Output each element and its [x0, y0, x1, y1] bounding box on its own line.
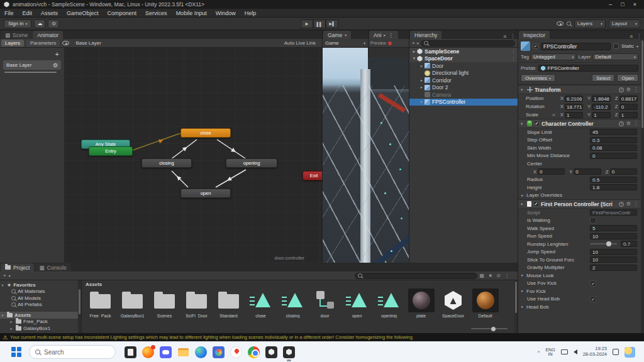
property-value-field[interactable]: 5 [590, 225, 637, 231]
z-field[interactable]: 1 [619, 112, 638, 118]
taskbar-app-icon[interactable] [248, 346, 260, 358]
services-button[interactable]: ⊙ [48, 19, 59, 28]
foldout-arrow-icon[interactable]: ▾ [521, 121, 525, 126]
foldout-arrow-icon[interactable]: ▸ [9, 326, 14, 331]
scrollbar-thumb[interactable] [79, 289, 80, 314]
tag-dropdown[interactable]: Untagged ▾ [531, 53, 577, 60]
asset-item[interactable]: plate [406, 288, 436, 318]
menu-kebab-icon[interactable]: ⋮ [633, 87, 638, 92]
y-field[interactable]: 1 [592, 112, 610, 118]
hierarchy-row[interactable]: ▸ Door 2 ⋮ [409, 84, 518, 92]
menu-item[interactable]: Assets [36, 9, 62, 17]
layer-settings-gear-icon[interactable]: ⚙ [53, 62, 58, 69]
menu-item[interactable]: Mobile Input [172, 9, 211, 17]
hidden-toggle-icon[interactable]: ⊙ [496, 273, 501, 278]
taskbar-app-icon[interactable] [213, 346, 225, 358]
minimize-button[interactable]: – [609, 1, 612, 8]
z-field[interactable]: 0.8817 [619, 96, 638, 102]
preview-toggle[interactable]: Preview [370, 41, 386, 45]
search-icon[interactable] [567, 21, 571, 26]
property-value-field[interactable]: ✓ [590, 280, 596, 287]
select-button[interactable]: Select [592, 74, 614, 82]
inspector-property-row[interactable]: ▸ Skin Width 0.08 [518, 144, 641, 152]
icon-size-slider[interactable] [471, 328, 508, 329]
presets-icon[interactable]: ⚙ [626, 121, 631, 126]
property-value-field[interactable]: 10 [590, 233, 637, 239]
menu-kebab-icon[interactable]: ⋮ [510, 33, 515, 39]
menu-item[interactable]: File [0, 9, 18, 17]
presets-icon[interactable]: ⚙ [626, 87, 631, 92]
asset-item[interactable]: Free_Pack [86, 288, 115, 318]
property-value-field[interactable]: 0 [590, 153, 637, 159]
taskbar-app-icon[interactable] [160, 346, 172, 358]
lock-icon[interactable]: a [504, 33, 506, 39]
asset-item[interactable]: closing [278, 288, 308, 318]
static-dropdown-icon[interactable]: ▾ [636, 44, 638, 48]
tree-scrollbar[interactable] [78, 280, 81, 333]
animator-state-node[interactable]: close [180, 128, 231, 138]
breadcrumb[interactable]: Base Layer [75, 40, 101, 46]
hierarchy-row[interactable]: ▸ Corridor ⋮ [409, 77, 518, 84]
transform-header[interactable]: ▾ Transform ? ⚙ ⋮ [518, 85, 641, 94]
hierarchy-search-input[interactable] [421, 40, 515, 47]
taskbar-app-icon[interactable] [125, 346, 136, 358]
animator-state-node[interactable]: Exit [303, 171, 322, 180]
start-button[interactable] [11, 347, 21, 357]
favorites-item[interactable]: All Prefabs [0, 302, 81, 309]
inspector-property-row[interactable]: ▸ Head Bob [518, 303, 641, 311]
project-search-input[interactable] [355, 273, 477, 279]
menu-kebab-icon[interactable]: ⋮ [504, 273, 509, 278]
scrollbar-thumb[interactable] [641, 40, 643, 128]
slider-thumb[interactable] [606, 241, 611, 246]
overrides-button[interactable]: Overrides ▾ [521, 74, 555, 82]
tab-scene[interactable]: ▦ Scene [1, 31, 32, 39]
clock[interactable]: 19:23 28-03-2024 [583, 346, 607, 357]
foldout-arrow-icon[interactable]: ▾ [521, 87, 525, 92]
weather-widget-icon[interactable] [625, 347, 635, 358]
scene-options-icon[interactable]: ⋮ [511, 56, 516, 61]
create-button[interactable]: + [412, 40, 415, 46]
taskbar-app-icon[interactable] [142, 346, 154, 358]
inspector-property-row[interactable]: ▸ Script FirstPersonContr FirstPersonCon… [518, 209, 641, 217]
static-checkbox[interactable] [613, 43, 619, 49]
asset-item[interactable]: door [310, 288, 340, 318]
foldout-arrow-icon[interactable]: ▾ [411, 56, 417, 61]
inspector-property-row[interactable]: ▸ Step Offset 0.3 [518, 136, 641, 145]
property-value-field[interactable] [590, 217, 596, 224]
inspector-property-row[interactable]: ▸ Is Walking [518, 217, 641, 225]
tab-game[interactable]: Game ▾ [323, 31, 351, 39]
inspector-property-row[interactable]: ▸ Gravity Multiplier 2 2 [518, 264, 641, 272]
active-checkbox[interactable]: ✓ [533, 43, 538, 49]
asset-item[interactable]: open [342, 288, 372, 318]
tree-folder-item[interactable]: ▸ GalaxyBox1 [0, 325, 81, 332]
hierarchy-row[interactable]: ▾ SpaceDoor ⋮ [409, 55, 518, 63]
cloud-button[interactable]: ☁ [34, 19, 45, 28]
inspector-property-row[interactable]: ▸ Jump Speed 10 10 [518, 248, 641, 256]
language-indicator[interactable]: ENG IN [545, 348, 555, 357]
link-scale-icon[interactable]: ∞ [552, 112, 558, 117]
x-field[interactable]: 18.771 [565, 104, 583, 110]
close-button[interactable]: × [633, 1, 636, 8]
inspector-property-row[interactable]: ▸ Height 1.8 [518, 184, 641, 192]
inspector-property-row[interactable]: ▸ Stick To Ground Forc 10 10 [518, 256, 641, 264]
menu-item[interactable]: GameObject [62, 9, 103, 17]
character-controller-header[interactable]: ▾ ✓ Character Controller ? ⚙ ⋮ [518, 119, 641, 128]
step-button[interactable]: ▶▌ [326, 19, 338, 28]
fps-script-header[interactable]: ▾ ✓ First Person Controller (Scri ? ⚙ ⋮ [518, 199, 641, 209]
property-value-field[interactable]: 10 [590, 249, 637, 255]
inspector-property-row[interactable]: ▸ Run Speed 10 10 [518, 233, 641, 241]
layers-dropdown[interactable]: Layers ▾ [574, 19, 606, 28]
property-value-field[interactable]: ✓ [590, 296, 596, 302]
network-display-icon[interactable] [561, 349, 568, 354]
layers-subtab[interactable]: Layers [1, 40, 24, 47]
x-field[interactable]: 6.2106 [565, 96, 583, 102]
animator-state-node[interactable]: Entry [89, 146, 133, 156]
inspector-property-row[interactable]: ▸ Walk Speed 5 5 [518, 224, 641, 233]
tab-project[interactable]: Project [1, 263, 34, 272]
gameobject-name-field[interactable]: FPSController [541, 43, 611, 50]
foldout-arrow-icon[interactable]: ▸ [9, 319, 14, 324]
taskbar-app-icon[interactable] [265, 346, 277, 358]
help-icon[interactable]: ? [619, 121, 624, 126]
favorites-icon[interactable]: ★ [488, 273, 492, 278]
visibility-icon[interactable] [557, 21, 564, 26]
